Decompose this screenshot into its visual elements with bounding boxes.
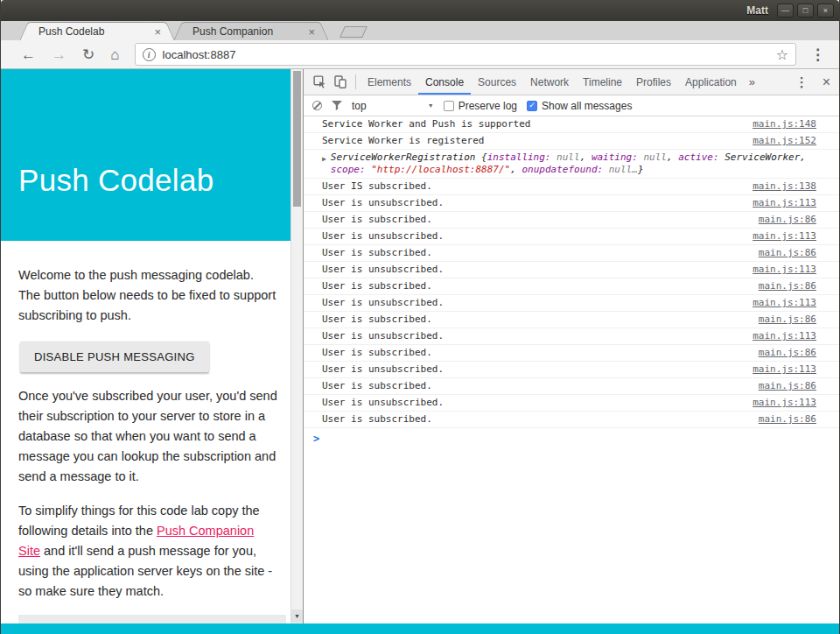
console-source-link[interactable]: main.js:113 bbox=[742, 330, 816, 342]
console-source-link[interactable]: main.js:152 bbox=[742, 135, 816, 147]
simplify-text-after: and it'll send a push message for you, u… bbox=[18, 544, 272, 598]
browser-tab-strip: Push Codelab × Push Companion × bbox=[1, 21, 839, 40]
console-message-row: User is unsubscribed.main.js:113 bbox=[304, 262, 839, 278]
clear-console-icon[interactable] bbox=[312, 101, 322, 110]
disclosure-triangle-icon[interactable]: ▶ bbox=[322, 153, 326, 166]
console-message-text: User is subscribed. bbox=[322, 413, 748, 426]
home-icon[interactable]: ⌂ bbox=[102, 47, 127, 62]
prompt-chevron-icon: > bbox=[313, 433, 319, 445]
preserve-log-checkbox[interactable] bbox=[444, 101, 454, 111]
console-message-text: Service Worker and Push is supported bbox=[322, 118, 742, 130]
scrollbar-thumb[interactable] bbox=[293, 71, 301, 207]
devtools-tab-timeline[interactable]: Timeline bbox=[576, 69, 629, 95]
console-message-row: User IS subscribed.main.js:138 bbox=[304, 179, 839, 195]
execution-context-selector[interactable]: top ▼ bbox=[352, 100, 434, 112]
page-scrollbar[interactable]: ▼ bbox=[290, 69, 303, 623]
object-preview: ServiceWorkerRegistration {installing: n… bbox=[331, 151, 816, 176]
window-close-button[interactable]: × bbox=[817, 4, 834, 18]
console-source-link[interactable]: main.js:86 bbox=[748, 347, 816, 359]
devtools-tab-application[interactable]: Application bbox=[678, 69, 744, 95]
disable-push-button[interactable]: DISABLE PUSH MESSAGING bbox=[20, 342, 209, 372]
window-titlebar[interactable]: Matt — □ × bbox=[1, 0, 839, 21]
console-source-link[interactable]: main.js:86 bbox=[748, 280, 816, 292]
scroll-down-icon: ▼ bbox=[294, 613, 300, 619]
browser-toolbar: ← → ↻ ⌂ i localhost:8887 ☆ ⋮ bbox=[1, 40, 839, 69]
simplify-paragraph: To simplify things for this code lab cop… bbox=[18, 501, 278, 602]
execution-context-value: top bbox=[352, 100, 367, 112]
scrollbar-down-button[interactable]: ▼ bbox=[291, 609, 303, 623]
console-source-link[interactable]: main.js:113 bbox=[742, 397, 816, 409]
console-message-text: User is subscribed. bbox=[322, 313, 748, 326]
devtools-pane: ElementsConsoleSourcesNetworkTimelinePro… bbox=[303, 69, 839, 623]
tab-close-icon[interactable]: × bbox=[308, 26, 315, 38]
console-source-link[interactable]: main.js:113 bbox=[742, 363, 816, 376]
browser-tab-push-codelab[interactable]: Push Codelab × bbox=[32, 22, 163, 40]
console-prompt[interactable]: > bbox=[304, 428, 839, 445]
console-message-text: User is unsubscribed. bbox=[322, 297, 742, 309]
page-hero: Push Codelab bbox=[1, 69, 290, 241]
tab-close-icon[interactable]: × bbox=[154, 26, 161, 38]
window-maximize-button[interactable]: □ bbox=[797, 4, 814, 18]
console-message-row: User is unsubscribed.main.js:113 bbox=[304, 229, 839, 245]
console-source-link[interactable]: main.js:86 bbox=[748, 313, 816, 326]
new-tab-button[interactable] bbox=[340, 26, 368, 38]
page-info-icon[interactable]: i bbox=[143, 48, 156, 61]
console-message-row: User is subscribed.main.js:86 bbox=[304, 245, 839, 262]
filter-icon[interactable] bbox=[332, 101, 342, 110]
console-message-text: User is subscribed. bbox=[322, 380, 748, 392]
forward-icon[interactable]: → bbox=[44, 47, 74, 62]
console-message-row: Service Worker is registeredmain.js:152 bbox=[304, 133, 839, 150]
inspect-element-icon[interactable] bbox=[309, 69, 330, 95]
intro-paragraph: Welcome to the push messaging codelab. T… bbox=[18, 265, 278, 326]
console-message-text: User is subscribed. bbox=[322, 214, 748, 226]
console-source-link[interactable]: main.js:138 bbox=[742, 180, 816, 193]
console-source-link[interactable]: main.js:86 bbox=[748, 413, 816, 426]
devtools-tab-sources[interactable]: Sources bbox=[471, 69, 523, 95]
console-source-link[interactable]: main.js:148 bbox=[742, 118, 816, 130]
console-source-link[interactable]: main.js:113 bbox=[742, 197, 816, 209]
console-source-link[interactable]: main.js:86 bbox=[748, 247, 816, 259]
browser-menu-icon[interactable]: ⋮ bbox=[803, 46, 832, 64]
console-message-text: User is subscribed. bbox=[322, 280, 748, 292]
console-source-link[interactable]: main.js:86 bbox=[748, 380, 816, 392]
device-toolbar-icon[interactable] bbox=[330, 69, 351, 95]
console-message-row: User is unsubscribed.main.js:113 bbox=[304, 195, 839, 212]
devtools-tab-profiles[interactable]: Profiles bbox=[629, 69, 678, 95]
console-message-text: User is unsubscribed. bbox=[322, 397, 742, 409]
console-message-text: User is unsubscribed. bbox=[322, 330, 742, 342]
reload-icon[interactable]: ↻ bbox=[74, 47, 102, 62]
page-pane: Push Codelab Welcome to the push messagi… bbox=[1, 69, 303, 623]
browser-tab-push-companion[interactable]: Push Companion × bbox=[186, 22, 317, 40]
console-log-area[interactable]: Service Worker and Push is supportedmain… bbox=[304, 116, 839, 623]
preserve-log-toggle[interactable]: Preserve log bbox=[444, 100, 517, 112]
console-source-link[interactable]: main.js:86 bbox=[748, 214, 816, 226]
console-message-row: User is subscribed.main.js:86 bbox=[304, 345, 839, 362]
console-source-link[interactable]: main.js:113 bbox=[742, 264, 816, 276]
console-message-text: Service Worker is registered bbox=[322, 135, 742, 147]
page-content: Push Codelab Welcome to the push messagi… bbox=[1, 69, 290, 623]
show-all-messages-toggle[interactable]: ✓ Show all messages bbox=[527, 100, 632, 112]
tab-title: Push Codelab bbox=[38, 25, 149, 38]
devtools-tab-network[interactable]: Network bbox=[523, 69, 576, 95]
devtools-close-icon[interactable]: × bbox=[822, 74, 830, 90]
console-message-row: User is subscribed.main.js:86 bbox=[304, 212, 839, 229]
devtools-tab-elements[interactable]: Elements bbox=[360, 69, 418, 95]
console-message-row: User is subscribed.main.js:86 bbox=[304, 312, 839, 328]
console-toolbar: top ▼ Preserve log ✓ Show all messages bbox=[304, 95, 839, 116]
console-message-text: User is unsubscribed. bbox=[322, 197, 742, 209]
address-bar[interactable]: i localhost:8887 ☆ bbox=[135, 43, 796, 66]
console-source-link[interactable]: main.js:113 bbox=[742, 230, 816, 243]
show-all-messages-checkbox[interactable]: ✓ bbox=[527, 101, 537, 111]
devtools-tab-console[interactable]: Console bbox=[418, 69, 471, 95]
show-all-messages-label: Show all messages bbox=[542, 100, 632, 112]
back-icon[interactable]: ← bbox=[13, 47, 44, 62]
console-message-text: User is subscribed. bbox=[322, 347, 748, 359]
bookmark-star-icon[interactable]: ☆ bbox=[776, 46, 788, 63]
console-message-row: User is unsubscribed.main.js:113 bbox=[304, 362, 839, 378]
devtools-menu-icon[interactable]: ⋮ bbox=[795, 74, 808, 90]
devtools-more-tabs[interactable]: » bbox=[744, 69, 760, 95]
console-source-link[interactable]: main.js:113 bbox=[742, 297, 816, 309]
console-message-text: User is unsubscribed. bbox=[322, 363, 742, 376]
console-message-row: ▶ServiceWorkerRegistration {installing: … bbox=[304, 150, 839, 179]
window-minimize-button[interactable]: — bbox=[777, 4, 794, 18]
